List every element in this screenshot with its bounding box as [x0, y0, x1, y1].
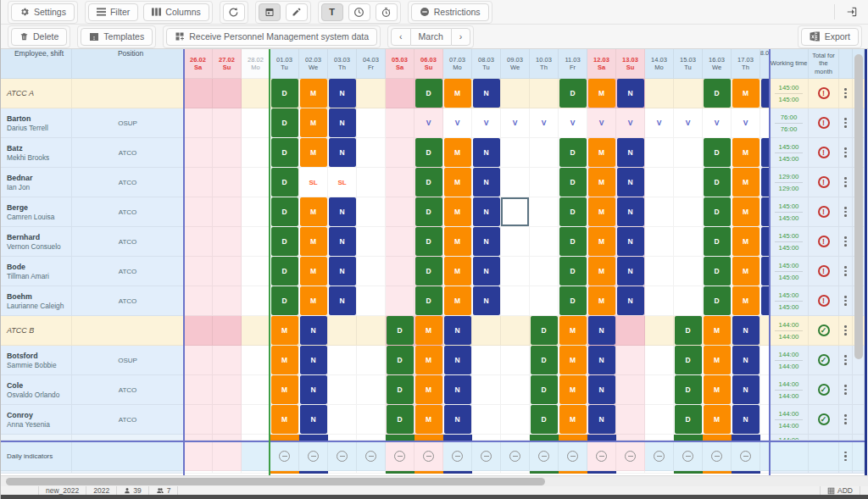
- shift-cell[interactable]: [242, 227, 270, 257]
- shift-cell[interactable]: [386, 286, 415, 316]
- daily-indicator-cell[interactable]: [732, 442, 760, 471]
- shift-cell[interactable]: N: [616, 227, 645, 257]
- day-header[interactable]: 09.03We: [501, 49, 530, 79]
- row-menu-button[interactable]: [839, 316, 853, 346]
- shift-cell[interactable]: N: [299, 316, 328, 346]
- shift-cell[interactable]: [530, 197, 559, 227]
- shift-cell[interactable]: [501, 286, 530, 316]
- shift-cell[interactable]: M: [270, 375, 299, 405]
- shift-cell[interactable]: [530, 138, 559, 168]
- shift-cell[interactable]: N: [472, 197, 501, 227]
- shift-cell[interactable]: [530, 227, 559, 257]
- shift-cell[interactable]: M: [270, 405, 299, 435]
- shift-cell[interactable]: D: [559, 79, 587, 108]
- shift-cell[interactable]: M: [732, 227, 760, 257]
- shift-cell[interactable]: [530, 286, 559, 316]
- shift-cell[interactable]: N: [472, 257, 501, 286]
- shift-cell[interactable]: D: [674, 316, 703, 346]
- daily-indicator-cell[interactable]: [443, 442, 472, 471]
- shift-cell[interactable]: M: [299, 286, 328, 316]
- shift-cell[interactable]: D: [386, 405, 415, 435]
- shift-cell[interactable]: [213, 375, 242, 405]
- shift-cell[interactable]: [472, 316, 501, 346]
- shift-cell[interactable]: V: [732, 108, 760, 138]
- shift-cell[interactable]: [501, 346, 530, 375]
- shift-cell[interactable]: D: [559, 227, 587, 257]
- receive-pm-data-button[interactable]: Receive Personnel Management system data: [166, 28, 377, 46]
- day-header[interactable]: 02.03We: [299, 49, 328, 79]
- shift-cell[interactable]: [328, 375, 357, 405]
- shift-cell[interactable]: [357, 79, 386, 108]
- shift-cell[interactable]: N: [299, 375, 328, 405]
- edit-view-toggle[interactable]: [286, 3, 308, 21]
- daily-indicator-cell[interactable]: [184, 442, 213, 471]
- shift-cell[interactable]: [357, 316, 386, 346]
- daily-menu-button[interactable]: [839, 442, 853, 471]
- add-sheet-button[interactable]: ADD: [820, 486, 860, 495]
- shift-cell[interactable]: N: [616, 168, 645, 197]
- shift-cell[interactable]: D: [270, 286, 299, 316]
- shift-cell[interactable]: [242, 108, 270, 138]
- shift-cell[interactable]: M: [703, 375, 732, 405]
- shift-cell[interactable]: [530, 257, 559, 286]
- shift-cell[interactable]: [184, 405, 213, 435]
- shift-cell[interactable]: D: [386, 346, 415, 375]
- shift-cell[interactable]: M: [559, 316, 587, 346]
- shift-cell[interactable]: [645, 316, 674, 346]
- shift-cell[interactable]: N: [328, 108, 357, 138]
- shift-cell[interactable]: V: [472, 108, 501, 138]
- shift-cell[interactable]: D: [530, 405, 559, 435]
- shift-cell[interactable]: [357, 108, 386, 138]
- shift-cell[interactable]: N: [616, 79, 645, 108]
- shift-cell[interactable]: [184, 227, 213, 257]
- shift-cell[interactable]: V: [645, 108, 674, 138]
- row-menu-button[interactable]: [839, 405, 853, 435]
- shift-cell[interactable]: D: [559, 286, 587, 316]
- shift-cell[interactable]: N: [443, 316, 472, 346]
- shift-cell[interactable]: D: [703, 227, 732, 257]
- daily-indicator-cell[interactable]: [530, 442, 559, 471]
- daily-indicator-cell[interactable]: [616, 442, 645, 471]
- shift-cell[interactable]: N: [587, 346, 616, 375]
- shift-cell[interactable]: D: [559, 168, 587, 197]
- shift-cell[interactable]: M: [732, 168, 760, 197]
- shift-cell[interactable]: V: [703, 108, 732, 138]
- shift-cell[interactable]: D: [559, 197, 587, 227]
- shift-cell[interactable]: M: [299, 138, 328, 168]
- day-header[interactable]: 10.03Th: [530, 49, 559, 79]
- timer-mode-toggle[interactable]: [376, 3, 398, 21]
- text-mode-toggle[interactable]: T: [321, 3, 343, 21]
- shift-cell[interactable]: [674, 257, 703, 286]
- shift-cell[interactable]: [501, 168, 530, 197]
- shift-cell[interactable]: M: [299, 257, 328, 286]
- shift-cell[interactable]: D: [386, 375, 415, 405]
- shift-cell[interactable]: [242, 316, 270, 346]
- shift-cell[interactable]: D: [270, 227, 299, 257]
- row-menu-button[interactable]: [839, 227, 853, 257]
- shift-cell[interactable]: M: [443, 138, 472, 168]
- daily-indicator-cell[interactable]: [703, 442, 732, 471]
- shift-cell[interactable]: [357, 138, 386, 168]
- shift-cell[interactable]: [184, 79, 213, 108]
- shift-cell[interactable]: [645, 257, 674, 286]
- shift-cell[interactable]: M: [270, 316, 299, 346]
- shift-cell[interactable]: [674, 79, 703, 108]
- shift-cell[interactable]: [616, 346, 645, 375]
- shift-cell[interactable]: [674, 197, 703, 227]
- shift-cell[interactable]: N: [328, 227, 357, 257]
- day-header[interactable]: 07.03Mo: [443, 49, 472, 79]
- shift-cell[interactable]: [357, 168, 386, 197]
- export-button[interactable]: Export: [801, 28, 859, 46]
- shift-cell[interactable]: N: [328, 79, 357, 108]
- shift-cell[interactable]: M: [415, 346, 443, 375]
- shift-cell[interactable]: [357, 346, 386, 375]
- shift-cell[interactable]: [242, 346, 270, 375]
- day-header[interactable]: 05.03Sa: [386, 49, 415, 79]
- shift-cell[interactable]: [213, 168, 242, 197]
- shift-cell[interactable]: M: [703, 316, 732, 346]
- day-header[interactable]: 03.03Th: [328, 49, 357, 79]
- day-header[interactable]: 06.03Su: [415, 49, 443, 79]
- day-header[interactable]: 26.02Sa: [184, 49, 213, 79]
- shift-cell[interactable]: N: [472, 79, 501, 108]
- shift-cell[interactable]: [530, 79, 559, 108]
